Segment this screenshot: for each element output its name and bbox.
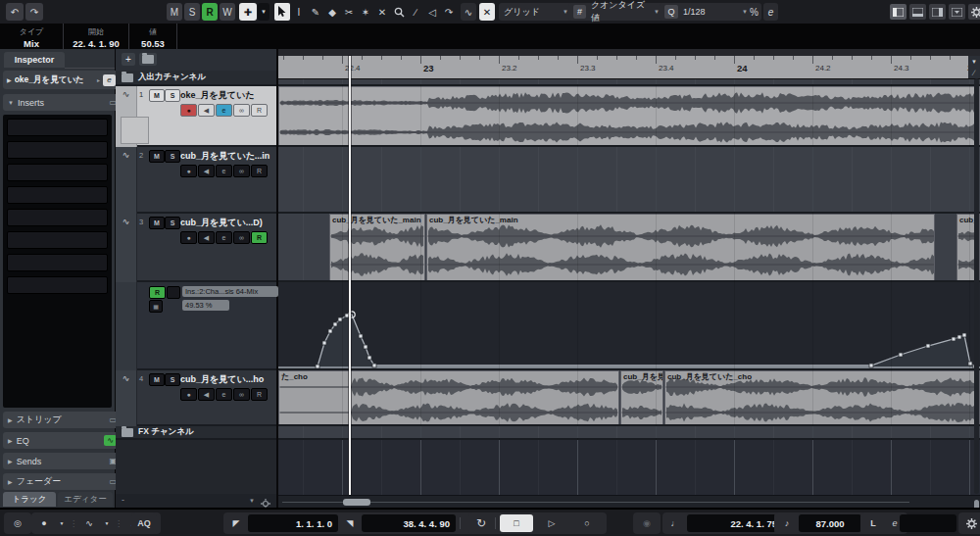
tab-track[interactable]: トラック: [3, 492, 56, 507]
t3-event-2[interactable]: cub_月を見ていた_main: [426, 214, 935, 282]
automation-lane-header[interactable]: R Ins.:2:Cha...sis 64-Mix ▦ 49.53 %: [116, 282, 276, 370]
automation-point[interactable]: [962, 333, 966, 337]
inspector-track-title-bar[interactable]: ▶ oke_月を見ていた ▸ e: [3, 71, 120, 89]
write-all-button[interactable]: W: [220, 3, 235, 21]
object-selection-tool[interactable]: [274, 3, 290, 21]
record-mode-icon[interactable]: ●: [34, 515, 54, 531]
audio-record-mode-icon[interactable]: ∿: [79, 515, 99, 531]
glue-tool[interactable]: ✶: [358, 3, 373, 21]
pre-record-icon[interactable]: ◉: [637, 515, 657, 531]
automation-point[interactable]: [364, 345, 368, 349]
track-name[interactable]: cub_月を見てい...D): [180, 217, 263, 229]
insert-slot[interactable]: [7, 231, 108, 249]
mute-all-button[interactable]: M: [167, 3, 182, 21]
track-mute-button[interactable]: M: [149, 89, 165, 102]
automation-point[interactable]: [368, 356, 371, 360]
playhead-cursor[interactable]: [349, 56, 351, 507]
edit-channel-button[interactable]: e: [216, 165, 232, 177]
quantize-preset-dropdown[interactable]: Q 1/128 ▼: [660, 3, 753, 21]
zoom-out-tracks-button[interactable]: -: [122, 495, 124, 505]
timeline-ruler[interactable]: 22.42323.223.323.42424.224.324: [278, 56, 980, 79]
insert-slot[interactable]: [7, 276, 108, 294]
read-automation-button[interactable]: R: [251, 231, 268, 244]
play-icon[interactable]: ▶: [7, 76, 12, 83]
open-quantize-panel-button[interactable]: e: [763, 3, 778, 21]
monitor-button[interactable]: ◀: [198, 231, 215, 244]
grid-type-dropdown[interactable]: # クオンタイズ値 ▼: [568, 3, 664, 21]
event-display[interactable]: 22.42323.223.323.42424.224.324 cub_月を見てい…: [278, 49, 980, 508]
read-all-button[interactable]: R: [202, 3, 218, 21]
track-mute-button[interactable]: M: [149, 373, 165, 386]
line-tool[interactable]: ∕: [408, 3, 423, 21]
track-name[interactable]: cub_月を見ていた...in: [180, 150, 270, 163]
automation-grid-button[interactable]: ▦: [149, 300, 163, 313]
inspector-section-inserts[interactable]: ▼ Inserts ▭: [3, 94, 122, 111]
automation-point[interactable]: [372, 364, 376, 367]
track-row-2[interactable]: ∿ 2 M S cub_月を見ていた...in ● ◀ e ∞ R: [116, 147, 276, 214]
edit-channel-button[interactable]: e: [216, 388, 232, 401]
horizontal-scrollbar[interactable]: [278, 495, 980, 508]
tab-inspector[interactable]: Inspector: [4, 52, 65, 68]
record-enable-button[interactable]: ●: [180, 388, 197, 401]
right-locator-icon[interactable]: ◥: [340, 515, 360, 531]
inspector-section-eq[interactable]: ▶EQ ∿: [3, 432, 122, 449]
read-automation-button[interactable]: R: [251, 104, 268, 117]
scissors-tool[interactable]: ✂: [341, 3, 357, 21]
inspector-section-strip[interactable]: ▶ストリップ ▭: [3, 412, 122, 428]
audio-quantize-button[interactable]: AQ: [134, 515, 154, 531]
snap-on-off-button[interactable]: ✕: [479, 3, 495, 21]
ruler-options-dropdown[interactable]: ▼: [968, 56, 980, 68]
autoscroll-dropdown[interactable]: ▼: [258, 3, 270, 21]
right-zone-toggle[interactable]: [929, 4, 946, 20]
play-button[interactable]: ▷: [535, 515, 568, 531]
track-mute-button[interactable]: M: [149, 150, 165, 163]
left-locator-value[interactable]: 1. 1. 1. 0: [248, 514, 338, 532]
read-automation-button[interactable]: R: [251, 165, 268, 177]
primary-time-display[interactable]: 22. 4. 1. 75: [687, 514, 783, 532]
lower-zone-toggle[interactable]: [909, 4, 926, 20]
automation-point[interactable]: [322, 341, 326, 345]
track-solo-button[interactable]: S: [165, 217, 180, 229]
track-solo-button[interactable]: S: [165, 373, 180, 386]
left-zone-toggle[interactable]: [890, 4, 906, 20]
automation-curve[interactable]: [278, 282, 980, 370]
feedback-tool[interactable]: ↷: [441, 3, 457, 21]
left-locator-icon[interactable]: ◤: [226, 515, 246, 531]
edit-channel-button[interactable]: e: [216, 231, 232, 244]
freeze-button[interactable]: ∞: [233, 231, 250, 244]
monitor-button[interactable]: ◀: [198, 104, 215, 117]
automation-point[interactable]: [869, 364, 873, 367]
insert-slot[interactable]: [7, 119, 108, 136]
vertical-scrollbar-handle[interactable]: [974, 500, 979, 508]
inspector-section-fader[interactable]: ▶フェーダー ▭: [3, 473, 122, 490]
automation-read-button[interactable]: R: [149, 286, 166, 299]
edit-channel-button[interactable]: e: [216, 104, 232, 117]
automation-point[interactable]: [333, 322, 337, 326]
track-mute-button[interactable]: M: [149, 217, 165, 229]
automation-point[interactable]: [899, 353, 903, 357]
track-visibility-button[interactable]: [139, 53, 157, 66]
automation-point[interactable]: [359, 334, 363, 338]
undo-icon[interactable]: ↶: [6, 3, 24, 21]
add-track-button[interactable]: +: [122, 53, 135, 66]
track-solo-button[interactable]: S: [165, 150, 180, 163]
insert-slot[interactable]: [7, 209, 108, 226]
automation-parameter-chip[interactable]: Ins.:2:Cha...sis 64-Mix: [182, 286, 278, 297]
freeze-button[interactable]: ∞: [233, 165, 250, 177]
track-scale-dropdown[interactable]: ▼: [249, 498, 255, 504]
automation-lane[interactable]: [278, 282, 980, 370]
t4-event-1[interactable]: た_cho: [278, 370, 619, 426]
tempo-value[interactable]: 87.000: [799, 514, 861, 532]
right-locator-value[interactable]: 38. 4. 4. 90: [362, 514, 456, 532]
expand-icon[interactable]: ▸: [97, 76, 100, 83]
pencil-tool[interactable]: ✎: [308, 3, 323, 21]
vertical-scrollbar[interactable]: [974, 78, 979, 494]
track-solo-button[interactable]: S: [165, 89, 180, 102]
track-picture-box[interactable]: [121, 117, 149, 144]
snap-zero-crossing-button[interactable]: ∿: [461, 3, 476, 21]
info-value[interactable]: Mix: [0, 38, 63, 49]
monitor-button[interactable]: ◀: [198, 165, 215, 177]
t1-event[interactable]: [278, 86, 980, 147]
insert-slot[interactable]: [7, 186, 108, 204]
insert-slot[interactable]: [7, 254, 108, 271]
